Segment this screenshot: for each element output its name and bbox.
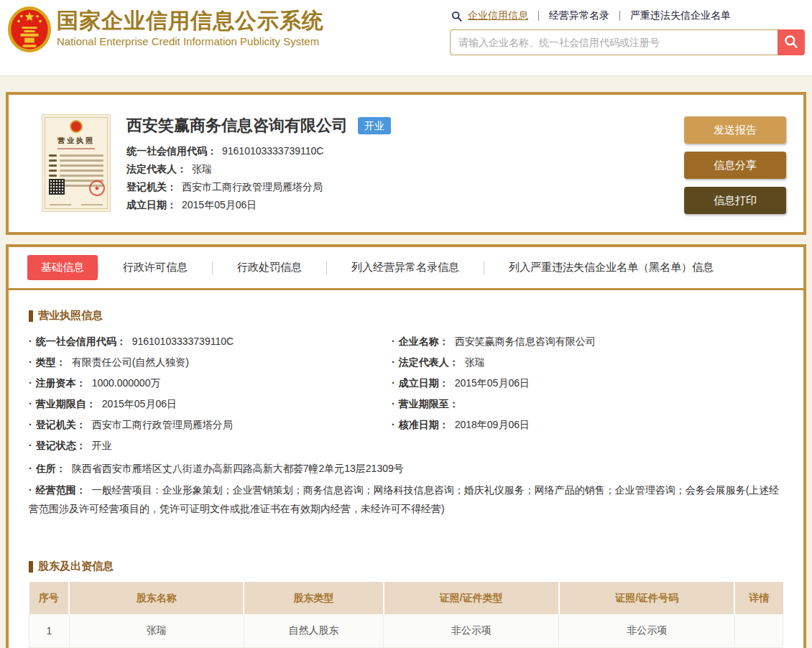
field-company-name: 企业名称：西安笑赢商务信息咨询有限公司 xyxy=(392,331,783,352)
site-header: 国家企业信用信息公示系统 National Enterprise Credit … xyxy=(0,0,812,76)
col-header-details: 详情 xyxy=(734,582,783,614)
license-qr-code xyxy=(49,179,65,195)
tab-blacklist-info[interactable]: 列入严重违法失信企业名单（黑名单）信息 xyxy=(484,255,738,280)
license-subline xyxy=(57,148,95,149)
tab-administrative-license-info[interactable]: 行政许可信息 xyxy=(98,255,212,280)
nav-divider xyxy=(538,11,539,21)
license-fields-right-column: 企业名称：西安笑赢商务信息咨询有限公司 法定代表人：张瑞 成立日期：2015年0… xyxy=(392,331,783,456)
print-info-button[interactable]: 信息打印 xyxy=(684,187,786,214)
tab-strip: 基础信息 行政许可信息 行政处罚信息 列入经营异常名录信息 列入严重违法失信企业… xyxy=(9,247,803,290)
field-business-term-from: 营业期限自：2015年05月06日 xyxy=(29,394,392,415)
brand: 国家企业信用信息公示系统 National Enterprise Credit … xyxy=(7,0,324,75)
status-badge: 开业 xyxy=(358,117,391,134)
detail-card: 基础信息 行政许可信息 行政处罚信息 列入经营异常名录信息 列入严重违法失信企业… xyxy=(6,244,806,648)
search-icon xyxy=(784,34,798,51)
share-info-button[interactable]: 信息分享 xyxy=(684,152,786,179)
site-title: 国家企业信用信息公示系统 xyxy=(57,9,324,33)
nav-link-serious-violation-blacklist[interactable]: 严重违法失信企业名单 xyxy=(630,9,731,22)
cell-details xyxy=(734,614,783,647)
section-title-bar xyxy=(29,561,33,573)
section-title-bar xyxy=(29,310,33,322)
search-icon xyxy=(451,11,462,22)
header-right: 企业信用信息 经营异常名录 严重违法失信企业名单 xyxy=(450,0,805,75)
license-footer-line xyxy=(81,204,103,205)
license-fields-full-width: 住所：陕西省西安市雁塔区丈八街道办高新四路高新大都荟7幢2单元13层21309号… xyxy=(29,459,783,518)
brand-text: 国家企业信用信息公示系统 National Enterprise Credit … xyxy=(57,5,324,47)
tab-abnormal-operations-info[interactable]: 列入经营异常名录信息 xyxy=(327,255,484,280)
cell-certificate-type: 非公示项 xyxy=(384,614,559,647)
field-credit-code: 统一社会信用代码：91610103333739110C xyxy=(29,331,392,352)
license-emblem-icon xyxy=(70,120,83,133)
site-subtitle: National Enterprise Credit Information P… xyxy=(57,35,324,47)
col-header-certificate-type: 证照/证件类型 xyxy=(384,582,559,614)
field-registration-status: 登记状态：开业 xyxy=(29,435,392,456)
field-legal-representative: 法定代表人：张瑞 xyxy=(126,162,684,175)
search-bar xyxy=(450,29,805,55)
field-registration-authority: 登记机关：西安市工商行政管理局雁塔分局 xyxy=(126,180,684,193)
field-establishment-date: 成立日期：2015年05月06日 xyxy=(392,373,783,394)
table-row: 1 张瑞 自然人股东 非公示项 非公示项 xyxy=(29,614,783,647)
shareholder-section-title: 股东及出资信息 xyxy=(29,560,783,573)
table-header-row: 序号 股东名称 股东类型 证照/证件类型 证照/证件号码 详情 xyxy=(29,582,783,614)
col-header-shareholder-name: 股东名称 xyxy=(69,582,244,614)
field-address: 住所：陕西省西安市雁塔区丈八街道办高新四路高新大都荟7幢2单元13层21309号 xyxy=(29,459,783,478)
nav-link-enterprise-credit-info[interactable]: 企业信用信息 xyxy=(468,9,528,22)
license-footer-line xyxy=(50,204,71,205)
national-emblem-logo xyxy=(7,5,52,54)
summary-actions: 发送报告 信息分享 信息打印 xyxy=(684,114,786,214)
field-registration-authority: 登记机关：西安市工商行政管理局雁塔分局 xyxy=(29,415,392,435)
cell-shareholder-type: 自然人股东 xyxy=(244,614,383,647)
nav-link-abnormal-operations-list[interactable]: 经营异常名录 xyxy=(549,9,609,22)
cell-certificate-number: 非公示项 xyxy=(559,614,734,647)
license-fields-left-column: 统一社会信用代码：91610103333739110C 类型：有限责任公司(自然… xyxy=(29,331,392,456)
business-license-image[interactable]: 营业执照 ★ xyxy=(42,114,111,212)
field-approval-date: 核准日期：2018年09月06日 xyxy=(392,415,783,435)
field-registered-capital: 注册资本：1000.000000万 xyxy=(29,373,392,394)
license-red-seal-icon: ★ xyxy=(89,180,105,196)
cell-shareholder-name: 张瑞 xyxy=(69,614,244,647)
search-input[interactable] xyxy=(450,29,778,55)
license-section-title: 营业执照信息 xyxy=(29,309,783,323)
top-nav: 企业信用信息 经营异常名录 严重违法失信企业名单 xyxy=(450,9,805,23)
field-business-term-to: 营业期限至： xyxy=(392,394,783,415)
col-header-index: 序号 xyxy=(29,582,70,614)
license-title: 营业执照 xyxy=(42,136,110,146)
field-credit-code: 统一社会信用代码：91610103333739110C xyxy=(126,144,684,157)
tab-basic-info[interactable]: 基础信息 xyxy=(27,255,98,280)
company-summary-info: 西安笑赢商务信息咨询有限公司 开业 统一社会信用代码：9161010333373… xyxy=(126,114,684,214)
detail-content: 营业执照信息 统一社会信用代码：91610103333739110C 类型：有限… xyxy=(9,290,803,648)
field-company-type: 类型：有限责任公司(自然人独资) xyxy=(29,352,392,373)
cell-index: 1 xyxy=(29,614,70,647)
company-name: 西安笑赢商务信息咨询有限公司 xyxy=(126,115,348,136)
summary-fields: 统一社会信用代码：91610103333739110C 法定代表人：张瑞 登记机… xyxy=(126,144,684,211)
tab-administrative-penalty-info[interactable]: 行政处罚信息 xyxy=(213,255,326,280)
company-summary-card: 营业执照 ★ 西安笑赢商务信息咨询有限公司 开业 xyxy=(6,92,806,235)
shareholders-table: 序号 股东名称 股东类型 证照/证件类型 证照/证件号码 详情 1 张瑞 自然人… xyxy=(29,582,783,648)
nav-divider xyxy=(619,11,620,21)
col-header-certificate-number: 证照/证件号码 xyxy=(559,582,734,614)
send-report-button[interactable]: 发送报告 xyxy=(684,116,786,144)
field-business-scope: 经营范围：一般经营项目：企业形象策划；企业营销策划；商务信息咨询；网络科技信息咨… xyxy=(29,481,783,518)
search-submit-button[interactable] xyxy=(778,29,805,55)
main-content: 营业执照 ★ 西安笑赢商务信息咨询有限公司 开业 xyxy=(0,76,812,648)
field-legal-representative: 法定代表人：张瑞 xyxy=(392,352,783,373)
col-header-shareholder-type: 股东类型 xyxy=(244,582,383,614)
field-establishment-date: 成立日期：2015年05月06日 xyxy=(126,198,684,211)
license-fields-grid: 统一社会信用代码：91610103333739110C 类型：有限责任公司(自然… xyxy=(29,331,783,456)
